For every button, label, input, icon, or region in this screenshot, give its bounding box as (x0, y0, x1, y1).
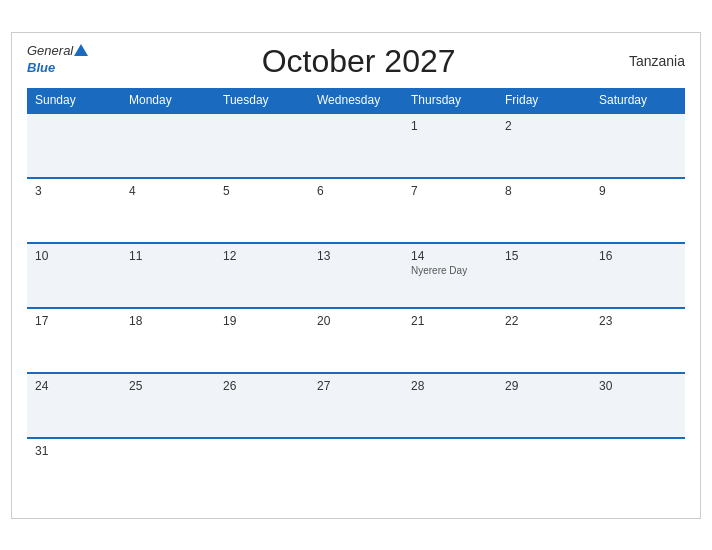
weekday-thursday: Thursday (403, 88, 497, 113)
calendar-day-cell: 15 (497, 243, 591, 308)
calendar-day-cell: 26 (215, 373, 309, 438)
day-number: 25 (129, 379, 207, 393)
day-number: 20 (317, 314, 395, 328)
calendar-day-cell (215, 438, 309, 503)
day-number: 29 (505, 379, 583, 393)
calendar-day-cell: 20 (309, 308, 403, 373)
logo-blue-text: Blue (27, 60, 55, 75)
day-number: 9 (599, 184, 677, 198)
calendar-day-cell: 23 (591, 308, 685, 373)
calendar-week-row: 31 (27, 438, 685, 503)
calendar-day-cell: 30 (591, 373, 685, 438)
calendar-header: General Blue October 2027 Tanzania (27, 43, 685, 80)
country-label: Tanzania (629, 53, 685, 69)
day-number: 15 (505, 249, 583, 263)
day-number: 6 (317, 184, 395, 198)
day-number: 24 (35, 379, 113, 393)
calendar-day-cell: 17 (27, 308, 121, 373)
calendar-day-cell: 6 (309, 178, 403, 243)
calendar-day-cell: 11 (121, 243, 215, 308)
day-number: 30 (599, 379, 677, 393)
day-number: 5 (223, 184, 301, 198)
calendar-day-cell: 27 (309, 373, 403, 438)
day-number: 23 (599, 314, 677, 328)
calendar-day-cell (309, 438, 403, 503)
weekday-wednesday: Wednesday (309, 88, 403, 113)
calendar-week-row: 24252627282930 (27, 373, 685, 438)
day-number: 11 (129, 249, 207, 263)
weekday-header-row: Sunday Monday Tuesday Wednesday Thursday… (27, 88, 685, 113)
day-number: 14 (411, 249, 489, 263)
calendar-day-cell: 25 (121, 373, 215, 438)
day-number: 3 (35, 184, 113, 198)
calendar-day-cell: 3 (27, 178, 121, 243)
day-number: 13 (317, 249, 395, 263)
day-number: 2 (505, 119, 583, 133)
calendar-day-cell (403, 438, 497, 503)
calendar-title: October 2027 (88, 43, 629, 80)
calendar-day-cell: 22 (497, 308, 591, 373)
weekday-saturday: Saturday (591, 88, 685, 113)
calendar-day-cell (215, 113, 309, 178)
day-number: 18 (129, 314, 207, 328)
calendar-week-row: 1011121314Nyerere Day1516 (27, 243, 685, 308)
calendar-day-cell: 16 (591, 243, 685, 308)
calendar-day-cell: 1 (403, 113, 497, 178)
calendar-day-cell: 2 (497, 113, 591, 178)
weekday-tuesday: Tuesday (215, 88, 309, 113)
calendar-day-cell (121, 113, 215, 178)
day-number: 10 (35, 249, 113, 263)
calendar-day-cell: 29 (497, 373, 591, 438)
calendar-day-cell (121, 438, 215, 503)
weekday-friday: Friday (497, 88, 591, 113)
day-number: 7 (411, 184, 489, 198)
calendar-week-row: 12 (27, 113, 685, 178)
calendar-day-cell: 8 (497, 178, 591, 243)
day-number: 12 (223, 249, 301, 263)
calendar-day-cell: 12 (215, 243, 309, 308)
calendar-week-row: 17181920212223 (27, 308, 685, 373)
calendar-day-cell: 4 (121, 178, 215, 243)
calendar-day-cell: 10 (27, 243, 121, 308)
weekday-sunday: Sunday (27, 88, 121, 113)
calendar-table: Sunday Monday Tuesday Wednesday Thursday… (27, 88, 685, 503)
weekday-monday: Monday (121, 88, 215, 113)
event-label: Nyerere Day (411, 265, 489, 276)
day-number: 31 (35, 444, 113, 458)
day-number: 17 (35, 314, 113, 328)
calendar-day-cell: 31 (27, 438, 121, 503)
day-number: 21 (411, 314, 489, 328)
day-number: 4 (129, 184, 207, 198)
calendar-day-cell: 9 (591, 178, 685, 243)
calendar-container: General Blue October 2027 Tanzania Sunda… (11, 32, 701, 519)
calendar-day-cell: 14Nyerere Day (403, 243, 497, 308)
calendar-day-cell: 18 (121, 308, 215, 373)
logo: General Blue (27, 43, 88, 76)
day-number: 19 (223, 314, 301, 328)
calendar-day-cell (497, 438, 591, 503)
calendar-day-cell (27, 113, 121, 178)
logo-general-text: General (27, 43, 73, 58)
calendar-day-cell: 19 (215, 308, 309, 373)
calendar-day-cell: 13 (309, 243, 403, 308)
day-number: 28 (411, 379, 489, 393)
calendar-day-cell: 28 (403, 373, 497, 438)
calendar-day-cell: 7 (403, 178, 497, 243)
day-number: 16 (599, 249, 677, 263)
calendar-day-cell: 5 (215, 178, 309, 243)
day-number: 26 (223, 379, 301, 393)
calendar-week-row: 3456789 (27, 178, 685, 243)
calendar-day-cell: 24 (27, 373, 121, 438)
day-number: 1 (411, 119, 489, 133)
day-number: 27 (317, 379, 395, 393)
day-number: 8 (505, 184, 583, 198)
day-number: 22 (505, 314, 583, 328)
calendar-day-cell: 21 (403, 308, 497, 373)
calendar-day-cell (591, 113, 685, 178)
calendar-day-cell (309, 113, 403, 178)
calendar-day-cell (591, 438, 685, 503)
logo-triangle-icon (74, 44, 88, 56)
